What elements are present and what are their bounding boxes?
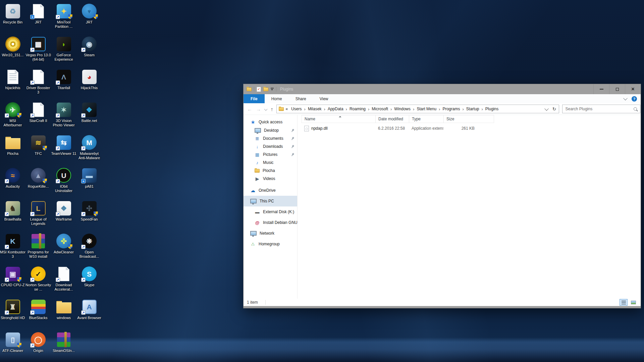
adwcleaner[interactable]: ✜AdwCleaner <box>51 231 76 264</box>
breadcrumb-item-startup[interactable]: Startup <box>466 107 480 111</box>
driver-booster[interactable]: ↗Driver Booster 3 <box>25 67 51 100</box>
iobit-uninstaller[interactable]: U↗IObit Uninstaller <box>51 166 76 198</box>
3d-vision-photo-viewer[interactable]: ✶↗3D Vision Photo Viewer <box>51 100 76 133</box>
tfc[interactable]: ≋TFC <box>25 133 51 166</box>
jrt-doc[interactable]: »JRT <box>25 1 51 34</box>
tab-share[interactable]: Share <box>289 94 313 103</box>
up-icon[interactable]: ↑ <box>271 107 273 112</box>
sidebar-item-videos[interactable]: ▶Videos <box>244 175 297 183</box>
sidebar-item-network[interactable]: Network <box>244 228 297 239</box>
programs-for-w10[interactable]: Programs for W10 install <box>25 231 51 264</box>
sidebar-item-music[interactable]: ♪Music <box>244 159 297 167</box>
column-header-size[interactable]: Size <box>444 115 494 123</box>
breadcrumb-separator-icon[interactable]: › <box>461 107 465 112</box>
folder-icon[interactable] <box>247 87 252 91</box>
warframe[interactable]: ❖↗Warframe <box>51 198 76 231</box>
brawlhalla[interactable]: ♞↗Brawlhalla <box>0 198 25 231</box>
vegas-pro[interactable]: ▦↗Vegas Pro 13.0 (64-bit) <box>25 34 51 67</box>
breadcrumb-separator-icon[interactable]: › <box>303 107 307 112</box>
windows-folder[interactable]: windows <box>51 297 76 330</box>
titanfall[interactable]: Λ↗Titanfall <box>51 67 76 100</box>
win10-iso[interactable]: Win10_151... <box>0 34 25 67</box>
maximize-button[interactable] <box>609 84 625 94</box>
battle-net[interactable]: ❖↗Battle.net <box>76 100 102 133</box>
breadcrumb-separator-icon[interactable]: › <box>322 107 327 112</box>
open-broadcaster[interactable]: ❋↗Open Broadcast... <box>76 231 102 264</box>
roguekiller[interactable]: ▲RogueKille... <box>25 166 51 198</box>
column-header-type[interactable]: Type <box>409 115 444 123</box>
bluestacks[interactable]: ↗BlueStacks <box>25 297 51 330</box>
sidebar-item-homegroup[interactable]: ∴Homegroup <box>244 239 297 249</box>
address-dropdown-icon[interactable] <box>544 106 549 111</box>
msi-afterburner[interactable]: ✈↗MSI Afterburner <box>0 100 25 133</box>
teamviewer-11[interactable]: ⇆↗TeamViewer 11 <box>51 133 76 166</box>
starcraft-2[interactable]: ↗StarCraft II <box>25 100 51 133</box>
atf-cleaner[interactable]: ▯ATF-Cleaner <box>0 330 25 362</box>
recycle-bin[interactable]: ♻Recycle Bin <box>0 1 25 34</box>
refresh-icon[interactable]: ↻ <box>552 107 556 111</box>
geforce-experience[interactable]: ◗GeForce Experience <box>51 34 76 67</box>
sidebar-item-desktop[interactable]: Desktop <box>244 126 297 134</box>
new-folder-icon[interactable] <box>263 87 268 91</box>
tab-file[interactable]: File <box>244 94 265 103</box>
download-accelerator[interactable]: ↗Download Accelerat... <box>51 264 76 297</box>
column-header-date-modified[interactable]: Date modified <box>376 115 409 123</box>
sidebar-item-pictures[interactable]: ▦Pictures <box>244 150 297 159</box>
stronghold-hd[interactable]: ♜↗Stronghold HD <box>0 297 25 330</box>
breadcrumb-item-microsoft[interactable]: Microsoft <box>371 107 389 111</box>
tab-view[interactable]: View <box>313 94 335 103</box>
steamos-installer[interactable]: SteamOSIn... <box>51 330 76 362</box>
thumbnails-view-button[interactable] <box>629 299 637 306</box>
pa81[interactable]: ▬»pA81 <box>76 166 102 198</box>
origin[interactable]: ◯↗Origin <box>25 330 51 362</box>
close-button[interactable]: × <box>625 84 641 94</box>
minitool-partition[interactable]: ✦↗MiniTool Partition ... <box>51 1 76 34</box>
sidebar-item-documents[interactable]: ≣Documents <box>244 134 297 142</box>
msi-kombustor[interactable]: K↗MSI Kombustor 3 <box>0 231 25 264</box>
tab-home[interactable]: Home <box>265 94 289 103</box>
audacity[interactable]: ≈↗Audacity <box>0 166 25 198</box>
breadcrumb-item-users[interactable]: Users <box>290 107 302 111</box>
hijackthis-doc[interactable]: hijackthis <box>0 67 25 100</box>
cpuid-cpu-z[interactable]: ▣↗CPUID CPU-Z <box>0 264 25 297</box>
back-icon[interactable]: ← <box>247 107 252 112</box>
details-view-button[interactable] <box>620 299 628 306</box>
steam[interactable]: ◉↗Steam <box>76 34 102 67</box>
sidebar-item-install-debian-gnu-l[interactable]: @Install Debian GNU/L <box>244 217 297 228</box>
properties-icon[interactable]: ✓ <box>257 87 261 92</box>
sidebar-item-quick-access[interactable]: ★Quick access <box>244 118 297 126</box>
sidebar-item-plocha[interactable]: Plocha <box>244 167 297 175</box>
norton-security[interactable]: ✓↗Norton Security se ... <box>25 264 51 297</box>
avant-browser[interactable]: A↗Avant Browser <box>76 297 102 330</box>
breadcrumb-separator-icon[interactable]: › <box>389 107 393 112</box>
breadcrumb-item-start-menu[interactable]: Start Menu <box>416 107 437 111</box>
breadcrumb-item-appdata[interactable]: AppData <box>327 107 344 111</box>
breadcrumb-item-plugins[interactable]: Plugins <box>485 107 499 111</box>
help-icon[interactable]: ? <box>632 96 637 102</box>
customize-toolbar-icon[interactable] <box>271 88 274 90</box>
breadcrumb-separator-icon[interactable]: › <box>344 107 349 112</box>
file-row[interactable]: npdap.dll6.2.2016 22:58Application exten… <box>302 124 494 133</box>
malwarebytes[interactable]: M↗Malwarebyt Anti-Malware <box>76 133 102 166</box>
recent-locations-icon[interactable] <box>264 107 268 111</box>
speedfan[interactable]: ✣↗SpeedFan <box>76 198 102 231</box>
address-bar[interactable]: « Users›Milasek›AppData›Roaming›Microsof… <box>276 105 559 113</box>
search-input[interactable]: Search Plugins <box>562 105 640 113</box>
hijackthis-app[interactable]: ◕HijackThis <box>76 67 102 100</box>
jrt[interactable]: ♆JRT <box>76 1 102 34</box>
forward-icon[interactable]: → <box>256 107 261 112</box>
sidebar-item-onedrive[interactable]: ☁OneDrive <box>244 185 297 196</box>
collapse-ribbon-icon[interactable] <box>623 96 628 101</box>
minimize-button[interactable] <box>593 84 609 94</box>
breadcrumb-item-roaming[interactable]: Roaming <box>349 107 366 111</box>
skype[interactable]: S↗Skype <box>76 264 102 297</box>
breadcrumb-separator-icon[interactable]: › <box>437 107 442 112</box>
plocha-folder[interactable]: Plocha <box>0 133 25 166</box>
breadcrumb-separator-icon[interactable]: › <box>480 107 485 112</box>
breadcrumb-separator-icon[interactable]: › <box>366 107 371 112</box>
breadcrumb-item-milasek[interactable]: Milasek <box>307 107 322 111</box>
breadcrumb-item-windows[interactable]: Windows <box>393 107 411 111</box>
sidebar-item-this-pc[interactable]: This PC <box>244 196 297 206</box>
sidebar-item-downloads[interactable]: ↓Downloads <box>244 142 297 150</box>
breadcrumb-item-programs[interactable]: Programs <box>442 107 461 111</box>
